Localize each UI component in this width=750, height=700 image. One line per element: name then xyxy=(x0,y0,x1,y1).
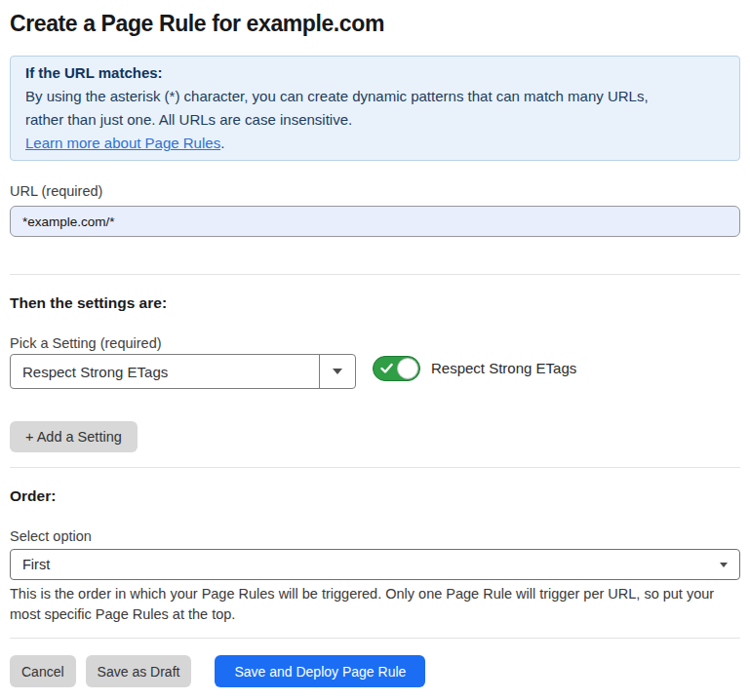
url-field-label: URL (required) xyxy=(10,182,740,200)
toggle-label: Respect Strong ETags xyxy=(431,356,576,381)
info-box-body-line2: rather than just one. All URLs are case … xyxy=(25,108,725,132)
toggle-knob xyxy=(397,358,418,379)
add-setting-button[interactable]: + Add a Setting xyxy=(10,421,138,452)
info-box-link-line: Learn more about Page Rules. xyxy=(25,132,725,155)
cancel-button[interactable]: Cancel xyxy=(10,655,76,687)
chevron-down-icon xyxy=(720,563,728,567)
settings-section-heading: Then the settings are: xyxy=(10,293,740,313)
etags-toggle[interactable] xyxy=(373,356,420,381)
chevron-down-icon xyxy=(333,369,342,374)
save-deploy-button[interactable]: Save and Deploy Page Rule xyxy=(215,655,425,687)
footer-actions: Cancel Save as Draft Save and Deploy Pag… xyxy=(10,655,740,687)
setting-select-value: Respect Strong ETags xyxy=(11,364,319,380)
pick-setting-label: Pick a Setting (required) xyxy=(10,334,740,352)
divider xyxy=(10,467,740,468)
divider xyxy=(10,638,740,639)
url-input[interactable] xyxy=(10,206,740,237)
order-section-heading: Order: xyxy=(10,486,740,506)
order-select[interactable]: First xyxy=(10,549,740,580)
page-title: Create a Page Rule for example.com xyxy=(10,11,740,37)
page-rule-form: Create a Page Rule for example.com If th… xyxy=(0,0,750,687)
url-match-info-box: If the URL matches: By using the asteris… xyxy=(10,56,740,161)
setting-select[interactable]: Respect Strong ETags xyxy=(10,354,356,389)
setting-select-arrow-button[interactable] xyxy=(319,355,355,388)
order-help-text: This is the order in which your Page Rul… xyxy=(10,584,740,625)
link-suffix: . xyxy=(220,135,224,151)
save-draft-button[interactable]: Save as Draft xyxy=(86,655,192,687)
order-select-value: First xyxy=(11,557,720,572)
order-select-label: Select option xyxy=(10,527,740,545)
info-box-body-line1: By using the asterisk (*) character, you… xyxy=(25,85,725,108)
divider xyxy=(10,274,740,275)
info-box-heading: If the URL matches: xyxy=(25,61,725,85)
setting-row: Respect Strong ETags Respect Strong ETag… xyxy=(10,354,740,389)
check-icon xyxy=(380,363,393,374)
learn-more-link[interactable]: Learn more about Page Rules xyxy=(25,135,220,151)
